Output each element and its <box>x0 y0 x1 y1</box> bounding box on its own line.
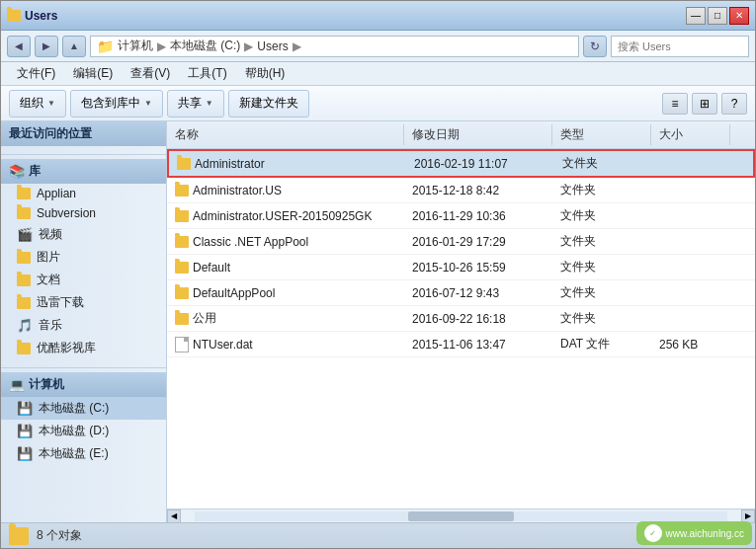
status-folder-icon <box>9 527 29 545</box>
file-type-cell: 文件夹 <box>552 231 651 252</box>
address-bar: ◀ ▶ ▲ 📁 计算机 ▶ 本地磁盘 (C:) ▶ Users ▶ ↻ 🔍 <box>1 31 755 62</box>
table-row[interactable]: NTUser.dat 2015-11-06 13:47 DAT 文件 256 K… <box>167 332 755 357</box>
file-size-cell: 256 KB <box>651 336 730 353</box>
file-name-cell: Default <box>167 259 404 276</box>
sidebar-item-subversion[interactable]: Subversion <box>1 203 166 223</box>
sidebar-item-youku-label: 优酷影视库 <box>37 340 96 356</box>
share-arrow: ▼ <box>206 99 213 108</box>
row-folder-icon <box>175 210 189 222</box>
back-button[interactable]: ◀ <box>7 36 31 57</box>
menu-view[interactable]: 查看(V) <box>123 63 178 84</box>
menu-help[interactable]: 帮助(H) <box>237 63 294 84</box>
row-folder-icon <box>175 313 189 325</box>
file-list: Administrator 2016-02-19 11:07 文件夹 Admin… <box>167 149 755 509</box>
row-folder-icon <box>175 262 189 274</box>
sidebar-item-drive-d[interactable]: 💾 本地磁盘 (D:) <box>1 420 166 442</box>
watermark-logo-text: ✓ <box>649 529 656 538</box>
sidebar-divider-1 <box>1 154 166 155</box>
sidebar-item-documents[interactable]: 文档 <box>1 269 166 291</box>
watermark-text: www.aichunlng.cc <box>666 528 744 539</box>
new-folder-button[interactable]: 新建文件夹 <box>228 90 309 118</box>
table-row[interactable]: 公用 2016-09-22 16:18 文件夹 <box>167 306 755 332</box>
sidebar-item-video[interactable]: 🎬 视频 <box>1 223 166 246</box>
view-toggle-button[interactable]: ≡ <box>662 93 688 115</box>
help-button[interactable]: ? <box>721 93 747 115</box>
file-type-cell: 文件夹 <box>552 282 651 303</box>
sidebar-item-drive-c[interactable]: 💾 本地磁盘 (C:) <box>1 397 166 420</box>
table-row[interactable]: DefaultAppPool 2016-07-12 9:43 文件夹 <box>167 280 755 306</box>
file-size-cell <box>651 317 730 321</box>
address-path[interactable]: 📁 计算机 ▶ 本地磁盘 (C:) ▶ Users ▶ <box>90 36 579 57</box>
drive-c-icon: 💾 <box>17 401 33 416</box>
path-sep-3: ▶ <box>293 39 301 53</box>
sidebar-item-youku[interactable]: 优酷影视库 <box>1 337 166 359</box>
menu-edit[interactable]: 编辑(E) <box>65 63 121 84</box>
sidebar-item-drive-e[interactable]: 💾 本地磁盘 (E:) <box>1 442 166 465</box>
search-box: 🔍 <box>611 36 749 57</box>
col-header-size[interactable]: 大小 <box>651 124 730 145</box>
menu-tools[interactable]: 工具(T) <box>180 63 234 84</box>
include-in-lib-button[interactable]: 包含到库中 ▼ <box>70 90 163 118</box>
recent-header-label: 最近访问的位置 <box>9 125 92 142</box>
table-row[interactable]: Administrator 2016-02-19 11:07 文件夹 <box>167 149 755 178</box>
layout-button[interactable]: ⊞ <box>692 93 717 115</box>
maximize-button[interactable]: □ <box>708 7 727 25</box>
youku-folder-icon <box>17 343 31 354</box>
refresh-button[interactable]: ↻ <box>583 36 607 57</box>
drive-d-icon: 💾 <box>17 424 33 438</box>
file-date-cell: 2016-09-22 16:18 <box>404 310 552 328</box>
thunder-folder-icon <box>17 297 31 309</box>
file-type-cell: DAT 文件 <box>552 334 651 354</box>
include-in-lib-label: 包含到库中 <box>81 95 140 112</box>
file-size-cell <box>651 214 730 218</box>
share-button[interactable]: 共享 ▼ <box>167 90 224 118</box>
file-name: Administrator.USER-20150925GK <box>193 209 372 223</box>
file-date-cell: 2015-10-26 15:59 <box>404 259 552 276</box>
file-date-cell: 2016-07-12 9:43 <box>404 284 552 302</box>
organize-button[interactable]: 组织 ▼ <box>9 90 66 118</box>
title-bar-left: Users <box>7 9 57 23</box>
table-row[interactable]: Administrator.USER-20150925GK 2016-11-29… <box>167 203 755 229</box>
horizontal-scrollbar[interactable]: ◀ ▶ <box>167 509 755 522</box>
organize-label: 组织 <box>20 95 43 112</box>
table-row[interactable]: Administrator.US 2015-12-18 8:42 文件夹 <box>167 178 755 203</box>
file-name-cell: Administrator <box>169 155 406 173</box>
col-header-name[interactable]: 名称 <box>167 124 404 145</box>
sidebar-item-thunder[interactable]: 迅雷下载 <box>1 291 166 314</box>
col-header-date[interactable]: 修改日期 <box>404 124 552 145</box>
file-date-cell: 2016-01-29 17:29 <box>404 233 552 251</box>
menu-file[interactable]: 文件(F) <box>9 63 63 84</box>
file-name: Default <box>193 261 230 274</box>
sidebar-item-applian[interactable]: Applian <box>1 184 166 203</box>
h-scroll-right[interactable]: ▶ <box>741 510 755 523</box>
forward-button[interactable]: ▶ <box>35 36 58 57</box>
col-header-type[interactable]: 类型 <box>552 124 651 145</box>
sidebar-item-drive-e-label: 本地磁盘 (E:) <box>39 445 109 462</box>
file-name: 公用 <box>193 310 216 327</box>
h-scroll-left[interactable]: ◀ <box>167 510 181 523</box>
file-type-cell: 文件夹 <box>552 308 651 329</box>
sidebar-item-drive-c-label: 本地磁盘 (C:) <box>39 400 109 417</box>
new-folder-label: 新建文件夹 <box>239 95 298 112</box>
row-folder-icon <box>175 287 189 299</box>
file-name-cell: 公用 <box>167 308 404 329</box>
toolbar: 组织 ▼ 包含到库中 ▼ 共享 ▼ 新建文件夹 ≡ ⊞ ? <box>1 86 755 121</box>
close-button[interactable]: ✕ <box>729 7 749 25</box>
h-scroll-thumb[interactable] <box>408 511 515 521</box>
file-area: 名称 修改日期 类型 大小 Administrator 2016-02-19 1… <box>167 121 755 522</box>
up-button[interactable]: ▲ <box>62 36 86 57</box>
table-row[interactable]: Classic .NET AppPool 2016-01-29 17:29 文件… <box>167 229 755 255</box>
sidebar-item-music[interactable]: 🎵 音乐 <box>1 314 166 337</box>
sidebar: 最近访问的位置 📚 库 Applian Subversion <box>1 121 167 522</box>
row-folder-icon <box>175 236 189 248</box>
table-row[interactable]: Default 2015-10-26 15:59 文件夹 <box>167 255 755 280</box>
window-title: Users <box>25 9 57 23</box>
window-icon <box>7 10 21 22</box>
h-scroll-track[interactable] <box>195 511 727 521</box>
minimize-button[interactable]: — <box>686 7 706 25</box>
watermark-logo: ✓ <box>644 524 662 542</box>
row-folder-icon <box>175 185 189 196</box>
sidebar-item-pictures[interactable]: 图片 <box>1 246 166 269</box>
path-part-users: Users <box>257 39 288 53</box>
search-input[interactable] <box>618 40 754 52</box>
